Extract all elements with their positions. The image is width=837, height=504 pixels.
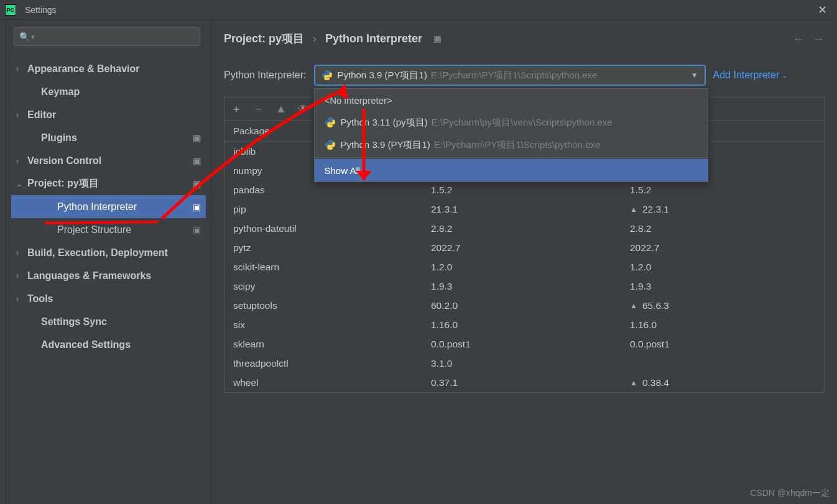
package-name: six	[224, 319, 422, 331]
package-latest: 1.9.3	[621, 281, 824, 292]
sidebar-item-python-interpreter[interactable]: Python Interpreter▣	[11, 195, 206, 218]
sidebar-item-keymap[interactable]: Keymap	[11, 80, 206, 103]
chevron-right-icon: ›	[16, 295, 27, 303]
package-name: pandas	[224, 185, 422, 196]
add-interpreter-button[interactable]: Add Interpreter ⌄	[713, 70, 788, 81]
table-row[interactable]: six1.16.01.16.0	[224, 315, 824, 334]
table-row[interactable]: scikit-learn1.2.01.2.0	[224, 257, 824, 277]
search-icon: 🔍	[19, 32, 30, 42]
config-icon: ▣	[193, 156, 201, 166]
table-row[interactable]: python-dateutil2.8.22.8.2	[224, 219, 824, 238]
package-version: 1.5.2	[422, 185, 621, 196]
nav-back-icon[interactable]: ←	[792, 32, 805, 46]
package-name: pip	[224, 204, 422, 215]
sidebar-item-tools[interactable]: ›Tools	[11, 287, 206, 310]
sidebar-item-label: Project Structure	[57, 224, 193, 236]
sidebar-item-advanced-settings[interactable]: Advanced Settings	[11, 333, 206, 356]
package-latest: ▲22.3.1	[621, 204, 824, 215]
option-name: Python 3.11 (py项目)	[341, 117, 428, 129]
package-name: scipy	[224, 281, 422, 292]
dropdown-no-interpreter[interactable]: <No interpreter>	[315, 89, 708, 111]
close-icon[interactable]: ✕	[813, 3, 832, 17]
package-version: 1.16.0	[422, 319, 621, 331]
add-package-icon[interactable]: ＋	[231, 101, 242, 116]
python-icon	[321, 70, 333, 81]
upgrade-package-icon[interactable]: ▲	[275, 103, 287, 116]
package-version: 3.1.0	[422, 358, 621, 369]
dropdown-show-all[interactable]: Show All...	[315, 159, 708, 181]
sidebar-item-label: Languages & Frameworks	[27, 270, 201, 282]
package-version: 21.3.1	[422, 204, 621, 215]
chevron-right-icon: ›	[16, 249, 27, 257]
show-all-label: Show All...	[325, 165, 368, 176]
eye-icon[interactable]: 👁	[298, 103, 309, 116]
chevron-down-icon: ⌄	[782, 71, 787, 80]
package-version: 60.2.0	[422, 300, 621, 311]
no-interpreter-label: <No interpreter>	[325, 95, 392, 106]
chevron-right-icon: ›	[313, 32, 317, 45]
package-version: 2022.7	[422, 242, 621, 254]
table-row[interactable]: threadpoolctl3.1.0	[224, 354, 824, 373]
package-latest: 2022.7	[621, 242, 824, 254]
package-name: scikit-learn	[224, 262, 422, 273]
sidebar-item-label: Project: py项目	[27, 177, 193, 190]
option-path: E:\Pycharm\py项目\venv\Scripts\python.exe	[432, 117, 613, 129]
sidebar-item-project-structure[interactable]: Project Structure▣	[11, 218, 206, 241]
sidebar-item-build-execution-deployment[interactable]: ›Build, Execution, Deployment	[11, 241, 206, 264]
remove-package-icon[interactable]: －	[253, 101, 264, 116]
window-title: Settings	[25, 5, 57, 15]
config-icon: ▣	[193, 202, 201, 212]
table-row[interactable]: scipy1.9.31.9.3	[224, 277, 824, 296]
config-icon: ▣	[193, 133, 201, 143]
python-icon	[325, 139, 336, 150]
table-row[interactable]: sklearn0.0.post10.0.post1	[224, 334, 824, 354]
sidebar-item-appearance-behavior[interactable]: ›Appearance & Behavior	[11, 57, 206, 80]
watermark: CSDN @xhqdm一定	[750, 488, 830, 499]
interpreter-select[interactable]: Python 3.9 (PY项目1) E:\Pycharm\PY项目1\Scri…	[314, 65, 706, 86]
upgrade-available-icon: ▲	[630, 205, 637, 214]
sidebar-item-plugins[interactable]: Plugins▣	[11, 126, 206, 149]
option-name: Python 3.9 (PY项目1)	[341, 139, 430, 151]
table-row[interactable]: wheel0.37.1▲0.38.4	[224, 373, 824, 392]
settings-sidebar: 🔍 ▾ ›Appearance & BehaviorKeymap›EditorP…	[6, 20, 211, 504]
package-latest: ▲0.38.4	[621, 377, 824, 388]
option-path: E:\Pycharm\PY项目1\Scripts\python.exe	[434, 139, 601, 151]
sidebar-item-label: Tools	[27, 293, 201, 305]
sidebar-item-label: Appearance & Behavior	[27, 63, 201, 75]
sidebar-item-editor[interactable]: ›Editor	[11, 103, 206, 126]
package-version: 0.0.post1	[422, 339, 621, 350]
chevron-right-icon: ›	[16, 65, 27, 73]
nav-forward-icon[interactable]: →	[812, 32, 825, 46]
search-input[interactable]: 🔍 ▾	[14, 27, 200, 46]
dropdown-interpreter-option[interactable]: Python 3.9 (PY项目1)E:\Pycharm\PY项目1\Scrip…	[315, 134, 708, 156]
table-row[interactable]: pytz2022.72022.7	[224, 238, 824, 257]
sidebar-item-languages-frameworks[interactable]: ›Languages & Frameworks	[11, 264, 206, 287]
app-icon: PC	[5, 4, 16, 16]
package-version: 1.9.3	[422, 281, 621, 292]
package-latest: 0.0.post1	[621, 339, 824, 350]
sidebar-item-project-py-[interactable]: ⌄Project: py项目▣	[11, 172, 206, 195]
sidebar-item-version-control[interactable]: ›Version Control▣	[11, 149, 206, 172]
package-name: python-dateutil	[224, 223, 422, 234]
add-interpreter-label: Add Interpreter	[713, 70, 780, 81]
table-row[interactable]: pip21.3.1▲22.3.1	[224, 199, 824, 219]
sidebar-item-label: Editor	[27, 109, 201, 121]
chevron-down-icon: ▼	[691, 71, 698, 80]
table-row[interactable]: setuptools60.2.0▲65.6.3	[224, 296, 824, 315]
upgrade-available-icon: ▲	[630, 301, 637, 310]
python-icon	[325, 117, 336, 128]
sidebar-item-label: Advanced Settings	[41, 339, 201, 351]
config-icon: ▣	[433, 34, 442, 44]
dropdown-separator	[315, 157, 708, 158]
sidebar-item-label: Plugins	[41, 132, 193, 144]
config-icon: ▣	[193, 225, 201, 235]
upgrade-available-icon: ▲	[630, 378, 637, 387]
breadcrumb-project: Project: py项目	[224, 31, 304, 46]
dropdown-interpreter-option[interactable]: Python 3.11 (py项目)E:\Pycharm\py项目\venv\S…	[315, 111, 708, 134]
table-row[interactable]: pandas1.5.21.5.2	[224, 180, 824, 199]
settings-tree: ›Appearance & BehaviorKeymap›EditorPlugi…	[11, 57, 206, 356]
left-gutter	[0, 20, 6, 504]
package-name: wheel	[224, 377, 422, 388]
main-panel: Project: py项目 › Python Interpreter ▣ ← →…	[211, 20, 837, 504]
sidebar-item-settings-sync[interactable]: Settings Sync	[11, 310, 206, 333]
